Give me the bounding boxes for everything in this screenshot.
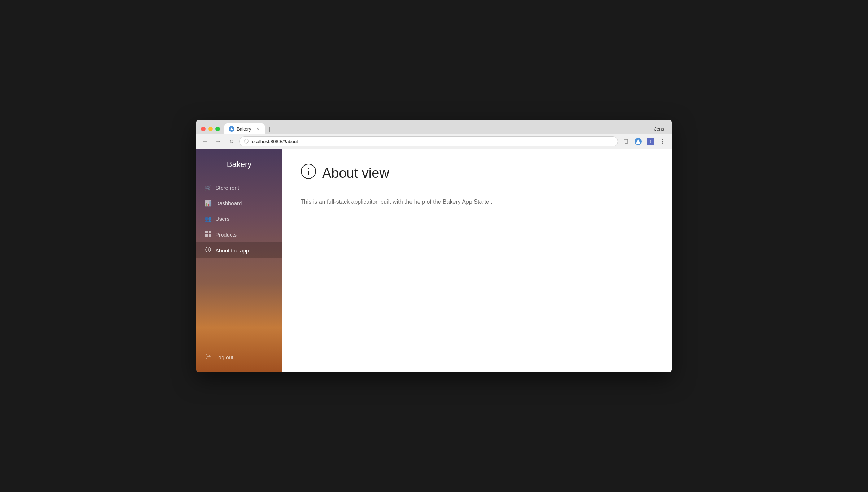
page-title: About view bbox=[322, 166, 389, 181]
address-bar[interactable]: ⓘ localhost:8080/#!about bbox=[239, 136, 618, 146]
forward-button[interactable]: → bbox=[213, 136, 223, 146]
sidebar-item-about[interactable]: About the app bbox=[196, 242, 282, 258]
tab-favicon bbox=[229, 126, 234, 132]
browser-titlebar: Bakery ✕ Jens bbox=[196, 120, 672, 134]
browser-window: Bakery ✕ Jens ← → ↻ ⓘ localhost:8080/#!a… bbox=[196, 120, 672, 372]
app-container: Bakery 🛒 Storefront 📊 Dashboard 👥 Users bbox=[196, 149, 672, 372]
sidebar: Bakery 🛒 Storefront 📊 Dashboard 👥 Users bbox=[196, 149, 282, 372]
extension-button-1[interactable] bbox=[633, 136, 643, 146]
sidebar-bottom: Log out bbox=[196, 349, 282, 365]
svg-rect-7 bbox=[205, 231, 208, 233]
tab-bar: Bakery ✕ bbox=[224, 123, 654, 134]
svg-rect-9 bbox=[205, 234, 208, 237]
sidebar-item-about-label: About the app bbox=[215, 247, 249, 254]
sidebar-item-dashboard-label: Dashboard bbox=[215, 200, 242, 206]
sidebar-item-storefront[interactable]: 🛒 Storefront bbox=[196, 180, 282, 196]
sidebar-item-users[interactable]: 👥 Users bbox=[196, 211, 282, 227]
sidebar-item-logout-label: Log out bbox=[215, 354, 233, 360]
url-text: localhost:8080/#!about bbox=[251, 139, 613, 144]
menu-button[interactable] bbox=[658, 136, 668, 146]
users-icon: 👥 bbox=[205, 215, 212, 222]
about-icon bbox=[205, 247, 212, 254]
svg-point-4 bbox=[662, 139, 663, 140]
traffic-lights bbox=[201, 127, 220, 131]
svg-marker-3 bbox=[636, 139, 640, 144]
address-icon: ⓘ bbox=[244, 138, 249, 145]
close-button[interactable] bbox=[201, 127, 206, 131]
extension-button-2[interactable]: ! bbox=[645, 136, 656, 146]
minimize-button[interactable] bbox=[208, 127, 213, 131]
main-content: About view This is an full-stack applica… bbox=[282, 149, 672, 372]
logout-icon bbox=[205, 353, 212, 361]
reload-button[interactable]: ↻ bbox=[226, 136, 236, 146]
svg-rect-8 bbox=[209, 231, 211, 233]
browser-chrome: Bakery ✕ Jens ← → ↻ ⓘ localhost:8080/#!a… bbox=[196, 120, 672, 149]
sidebar-item-storefront-label: Storefront bbox=[215, 185, 239, 191]
about-heading-icon bbox=[301, 163, 316, 183]
sidebar-item-users-label: Users bbox=[215, 216, 229, 222]
svg-point-5 bbox=[662, 141, 663, 142]
sidebar-item-products[interactable]: Products bbox=[196, 227, 282, 242]
tab-title: Bakery bbox=[237, 126, 251, 132]
svg-point-13 bbox=[208, 248, 209, 249]
browser-user: Jens bbox=[654, 126, 667, 132]
sidebar-item-logout[interactable]: Log out bbox=[196, 349, 282, 365]
page-heading: About view bbox=[301, 163, 654, 183]
sidebar-title: Bakery bbox=[196, 156, 282, 180]
active-tab[interactable]: Bakery ✕ bbox=[224, 123, 265, 134]
svg-rect-10 bbox=[209, 234, 211, 237]
bookmark-button[interactable] bbox=[621, 136, 631, 146]
svg-point-17 bbox=[308, 168, 309, 169]
svg-rect-2 bbox=[267, 129, 272, 129]
sidebar-nav: 🛒 Storefront 📊 Dashboard 👥 Users bbox=[196, 180, 282, 365]
sidebar-item-dashboard[interactable]: 📊 Dashboard bbox=[196, 196, 282, 211]
svg-marker-0 bbox=[230, 127, 233, 130]
page-description: This is an full-stack applicaiton built … bbox=[301, 197, 654, 207]
back-button[interactable]: ← bbox=[200, 136, 210, 146]
browser-toolbar: ← → ↻ ⓘ localhost:8080/#!about ! bbox=[196, 134, 672, 149]
tab-close-button[interactable]: ✕ bbox=[255, 126, 260, 132]
maximize-button[interactable] bbox=[215, 127, 220, 131]
storefront-icon: 🛒 bbox=[205, 184, 212, 191]
sidebar-item-products-label: Products bbox=[215, 232, 237, 238]
dashboard-icon: 📊 bbox=[205, 200, 212, 207]
new-tab-button[interactable] bbox=[265, 124, 275, 134]
svg-point-6 bbox=[662, 143, 663, 144]
products-icon bbox=[205, 231, 212, 238]
toolbar-actions: ! bbox=[621, 136, 668, 146]
